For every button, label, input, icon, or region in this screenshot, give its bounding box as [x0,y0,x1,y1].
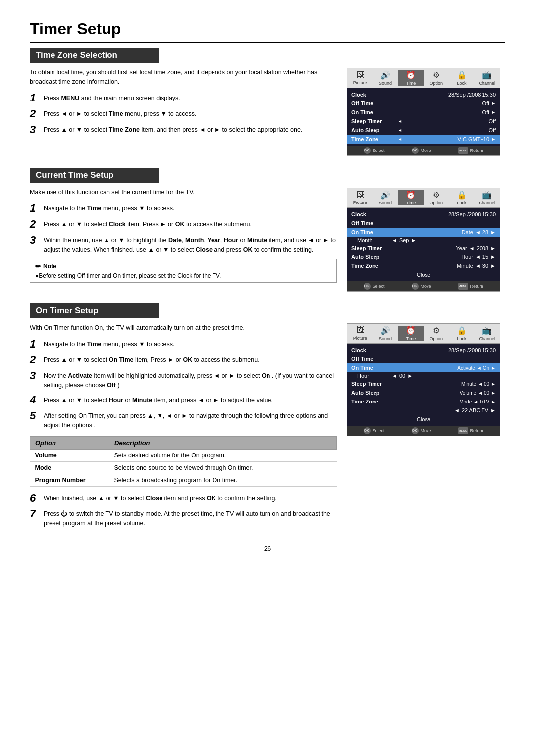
on-timer-left: With On Timer function On, the TV will a… [30,323,337,533]
step-num: 5 [30,410,39,430]
menu-btn-icon: MENU [458,147,468,154]
menu-icons: 🖼 Picture 🔊 Sound ⏰ Time ⚙ Option [347,324,500,344]
icon-option: ⚙ Option [424,190,449,205]
step-2-1: 1 Navigate to the Time menu, press ▼ to … [30,203,337,214]
row-value: Off [404,127,496,133]
row-value: VIC GMT+10 [404,136,489,142]
menu-icons: 🖼 Picture 🔊 Sound ⏰ Time ⚙ Option [347,188,500,208]
row-label: Auto Sleep [351,390,396,396]
on-timer-steps: 1 Navigate to the Time menu, press ▼ to … [30,339,337,430]
time-zone-intro: To obtain local time, you should first s… [30,68,337,87]
on-timer-menu: 🖼 Picture 🔊 Sound ⏰ Time ⚙ Option [347,323,505,533]
step-text: Press ▲ or ▼ to select On Time item, Pre… [44,354,337,365]
menu-row-close: Close [347,415,500,424]
right-arrow-icon: ► [491,137,496,142]
menu-row-offtime: Off Time [347,354,500,363]
note-label: Note [43,263,56,270]
icon-option: ⚙ Option [424,326,449,341]
icon-channel: 📺 Channel [475,326,500,341]
icon-label: Option [429,336,443,341]
step-num: 2 [30,108,39,119]
sub-arrows: ◄ Sep ► [392,237,416,243]
icon-label: Sound [379,201,392,205]
menu-btn-icon: MENU [458,427,468,434]
icon-sound: 🔊 Sound [373,326,398,341]
icon-lock: 🔒 Lock [449,326,474,341]
footer-move: Move [420,428,431,433]
row-label: On Time [351,109,396,115]
row-label: Clock [351,92,396,98]
current-time-steps: 1 Navigate to the Time menu, press ▼ to … [30,203,337,254]
option-col-header: Option [30,436,109,449]
sub-label: Month [357,237,392,243]
row-label: Time Zone [351,136,396,142]
row-value: Off [396,109,489,115]
icon-label: Sound [379,81,392,86]
note-icon: ✏ [35,262,41,270]
menu-row-close: Close [347,270,500,279]
note-title: ✏ Note [35,262,331,270]
on-timer-steps-cont: 6 When finished, use ▲ or ▼ to select Cl… [30,493,337,528]
sound-icon: 🔊 [373,70,398,80]
step-num: 1 [30,203,39,214]
sub-label: Mode [459,399,472,404]
left-arrow-icon: ◄ [469,245,475,251]
step-1-3: 3 Press ▲ or ▼ to select Time Zone item,… [30,124,337,135]
current-time-section: Current Time Setup Make use of this func… [30,168,505,292]
step-text: Press ▲ or ▼ to select Hour or Minute it… [44,395,337,405]
picture-icon: 🖼 [347,190,373,199]
menu-row-autosleep: Auto Sleep ◄ Off [347,126,500,135]
menu-row-ontime: On Time Off ► [347,108,500,117]
icon-time: ⏰ Time [398,70,424,86]
picture-icon: 🖼 [347,70,373,79]
ok-btn-icon: OK [412,427,419,434]
footer-move: Move [420,148,431,153]
note-text: ●Before setting Off timer and On timer, … [35,272,331,279]
menu-row-sleeptimer: Sleep Timer Year ◄ 2008 ► [347,244,500,252]
ok-btn-icon: OK [412,283,419,290]
row-label: Sleep Timer [351,381,396,387]
description-cell: Sets desired volume for the On program. [109,449,337,461]
menu-row-clock: Clock 28/Sep /2008 15:30 [347,90,500,99]
icon-label: Lock [457,336,466,341]
step-text: After setting On Timer, you can press ▲,… [44,410,337,430]
footer-select: Select [372,428,384,433]
row-value: Off [396,101,489,106]
table-row: Volume Sets desired volume for the On pr… [30,449,337,461]
row-label: Off Time [351,356,396,362]
step-2-2: 2 Press ▲ or ▼ to select Clock item, Pre… [30,219,337,230]
row-label: Off Time [351,101,396,106]
on-timer-section: On Timer Setup With On Timer function On… [30,303,505,533]
row-label: Clock [351,347,396,353]
step-text: Within the menu, use ▲ or ▼ to highlight… [44,235,337,254]
icon-time: ⏰ Time [398,326,424,341]
menu-row-sleeptimer: Sleep Timer Minute ◄ 00 ► [347,379,500,388]
menu-row-autosleep: Auto Sleep Hour ◄ 15 ► [347,252,500,261]
sub-value: 15 [482,254,488,260]
left-arrow-icon: ◄ [454,407,460,413]
sub-label: Year [456,245,467,251]
icon-picture: 🖼 Picture [347,326,373,341]
icon-label: Lock [457,81,466,86]
sub-value: 30 [482,263,488,269]
right-arrow-icon: ► [491,399,496,404]
footer-return: Return [470,428,483,433]
sub-label: Volume [460,390,476,396]
option-icon: ⚙ [424,326,449,335]
right-arrow-icon: ► [490,263,496,269]
right-arrow-icon: ► [490,254,496,260]
row-label: Auto Sleep [351,127,396,133]
right-arrow-icon: ► [490,245,496,251]
menu-icons: 🖼 Picture 🔊 Sound ⏰ Time ⚙ Option [347,68,500,88]
activate-value: On [483,365,489,371]
page-title: Timer Setup [30,20,505,43]
time-zone-section: Time Zone Selection To obtain local time… [30,48,505,156]
row-label: Off Time [351,220,396,226]
row-value: 28/Sep /2008 15:30 [396,347,496,353]
icon-label: Option [429,201,443,205]
row-label: Time Zone [351,263,396,269]
sub-label: Date [462,229,473,235]
note-box: ✏ Note ●Before setting Off timer and On … [30,259,337,283]
sub-label: Minute [461,381,476,387]
ok-btn-icon: OK [364,283,371,290]
